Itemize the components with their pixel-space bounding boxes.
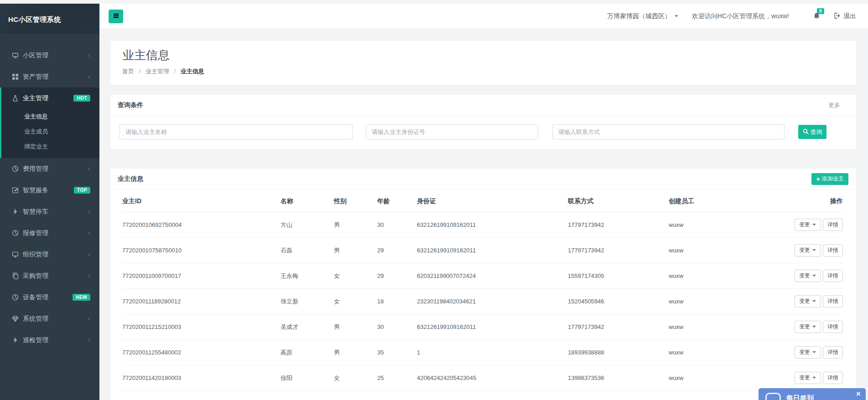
cell-owner-id: 772020011420190003 xyxy=(122,365,281,391)
hot-badge: HOT xyxy=(73,95,90,102)
change-button[interactable]: 变更 xyxy=(795,372,821,384)
change-button[interactable]: 变更 xyxy=(795,346,821,359)
change-button[interactable]: 变更 xyxy=(795,321,821,333)
sidebar-item-repair-mgmt[interactable]: 报修管理 xyxy=(0,222,99,244)
breadcrumb-home-link[interactable]: 首页 xyxy=(122,68,134,75)
breadcrumb-separator: / xyxy=(174,68,176,75)
change-label: 变更 xyxy=(799,374,810,381)
sidebar-item-label: 设备管理 xyxy=(23,293,48,302)
breadcrumb-parent-link[interactable]: 业主管理 xyxy=(146,68,169,75)
logout-label: 退出 xyxy=(843,12,856,21)
submenu-item-owner-members[interactable]: 业主成员 xyxy=(1,124,99,139)
query-panel: 查询条件 更多 查询 xyxy=(111,95,856,149)
sidebar-item-label: 报修管理 xyxy=(23,229,48,237)
cell-gender: 男 xyxy=(334,391,377,400)
table-row: 772020011009700017 王永梅 女 29 620321199007… xyxy=(122,263,843,289)
add-owner-button[interactable]: + 添加业主 xyxy=(811,173,848,185)
change-label: 变更 xyxy=(799,349,810,355)
page-title: 业主信息 xyxy=(122,47,845,63)
sidebar-item-asset-mgmt[interactable]: 资产管理 xyxy=(0,66,99,87)
chevron-left-icon xyxy=(87,230,91,237)
caret-down-icon xyxy=(675,15,678,17)
close-icon[interactable]: × xyxy=(856,390,861,398)
sidebar-item-label: 采购管理 xyxy=(23,272,48,280)
sidebar-item-label: 业主管理 xyxy=(23,94,48,103)
chevron-left-icon xyxy=(87,251,91,258)
sidebar-item-community-mgmt[interactable]: 小区管理 xyxy=(0,45,99,66)
detail-button[interactable]: 详情 xyxy=(823,244,843,256)
breadcrumb-current: 业主信息 xyxy=(181,68,204,75)
detail-button[interactable]: 详情 xyxy=(823,372,843,384)
owner-name-input[interactable] xyxy=(120,124,353,139)
owner-idcard-input[interactable] xyxy=(366,124,538,139)
search-button[interactable]: 查询 xyxy=(798,125,826,139)
cell-age: 29 xyxy=(377,263,417,289)
top-badge: TOP xyxy=(74,187,90,194)
cell-name: 胡德 xyxy=(281,391,334,400)
sidebar-item-device-mgmt[interactable]: 设备管理 NEW xyxy=(0,287,99,308)
cell-idcard: 632126199109162011 xyxy=(417,238,568,263)
sidebar-item-owner-mgmt[interactable]: 业主管理 HOT xyxy=(1,87,99,109)
detail-button[interactable]: 详情 xyxy=(823,346,843,359)
detail-button[interactable]: 详情 xyxy=(823,295,843,308)
cell-owner-id: 772020011009700017 xyxy=(122,263,281,289)
table-row: 772020011420190003 徐阳 女 25 4206424242054… xyxy=(122,365,843,391)
sidebar-item-system-mgmt[interactable]: 系统管理 xyxy=(0,308,99,329)
submenu-item-bind-owner[interactable]: 绑定业主 xyxy=(1,139,99,154)
sidebar-item-smart-parking[interactable]: 智慧停车 xyxy=(0,201,99,222)
cell-age: 30 xyxy=(377,314,417,340)
sidebar-item-purchase-mgmt[interactable]: 采购管理 xyxy=(0,265,99,287)
sidebar-item-label: 费用管理 xyxy=(23,165,48,173)
sidebar-item-fee-mgmt[interactable]: 费用管理 xyxy=(0,158,99,179)
bolt-icon xyxy=(11,208,19,215)
cell-name: 徐阳 xyxy=(281,365,334,391)
more-link[interactable]: 更多 xyxy=(828,101,849,109)
submenu-item-owner-info[interactable]: 业主信息 xyxy=(1,109,99,124)
sidebar-item-org-mgmt[interactable]: 组织管理 xyxy=(0,244,99,265)
desktop-icon xyxy=(11,52,19,59)
change-button[interactable]: 变更 xyxy=(795,295,821,308)
change-button[interactable]: 变更 xyxy=(795,244,821,256)
flask-icon xyxy=(11,95,19,102)
community-selector[interactable]: 万博家博园（城西区） xyxy=(607,12,678,21)
caret-down-icon xyxy=(812,224,816,226)
col-age: 年龄 xyxy=(377,190,417,212)
cell-creator: wuxw xyxy=(669,365,783,391)
edit-icon xyxy=(11,187,19,194)
change-button[interactable]: 变更 xyxy=(795,219,821,231)
col-creator: 创建员工 xyxy=(669,190,783,212)
cell-name: 方山 xyxy=(281,212,334,238)
change-button[interactable]: 变更 xyxy=(795,270,821,282)
search-button-label: 查询 xyxy=(811,128,822,136)
owner-table-header: 业主信息 + 添加业主 xyxy=(111,169,856,190)
sidebar-toggle-button[interactable] xyxy=(109,10,123,23)
notifications-button[interactable]: 0 xyxy=(813,12,821,20)
detail-button[interactable]: 详情 xyxy=(823,321,843,333)
cell-gender: 男 xyxy=(334,314,377,340)
cell-name: 石磊 xyxy=(281,238,334,263)
main-content: 业主信息 首页 / 业主管理 / 业主信息 查询条件 更多 查询 业主信息 xyxy=(99,29,868,400)
chevron-left-icon xyxy=(87,73,91,81)
sidebar-item-inspection-mgmt[interactable]: 巡检管理 xyxy=(0,329,99,351)
sidebar-item-label: 智慧服务 xyxy=(23,186,48,195)
cell-gender: 女 xyxy=(334,289,377,314)
detail-button[interactable]: 详情 xyxy=(823,270,843,282)
cell-name: 张立新 xyxy=(281,289,334,314)
detail-button[interactable]: 详情 xyxy=(823,219,843,231)
community-selector-label: 万博家博园（城西区） xyxy=(607,12,671,21)
logout-button[interactable]: 退出 xyxy=(833,12,856,21)
owner-table-title: 业主信息 xyxy=(118,175,143,183)
table-header-row: 业主ID 名称 性别 年龄 身份证 联系方式 创建员工 操作 xyxy=(122,190,843,212)
app-logo: HC小区管理系统 xyxy=(0,4,99,34)
cell-age: 30 xyxy=(377,212,417,238)
daily-signin-widget[interactable]: 每日签到 × xyxy=(759,388,866,400)
sidebar-active-group: 业主管理 HOT 业主信息 业主成员 绑定业主 xyxy=(0,87,99,158)
cell-gender: 男 xyxy=(334,340,377,365)
cell-creator: wuxw xyxy=(669,340,783,365)
sidebar-item-smart-service[interactable]: 智慧服务 TOP xyxy=(0,179,99,201)
cell-gender: 女 xyxy=(334,365,377,391)
cell-name: 吴成才 xyxy=(281,314,334,340)
contact-input[interactable] xyxy=(552,124,785,139)
cell-age: 35 xyxy=(377,340,417,365)
sign-out-icon xyxy=(833,12,843,21)
